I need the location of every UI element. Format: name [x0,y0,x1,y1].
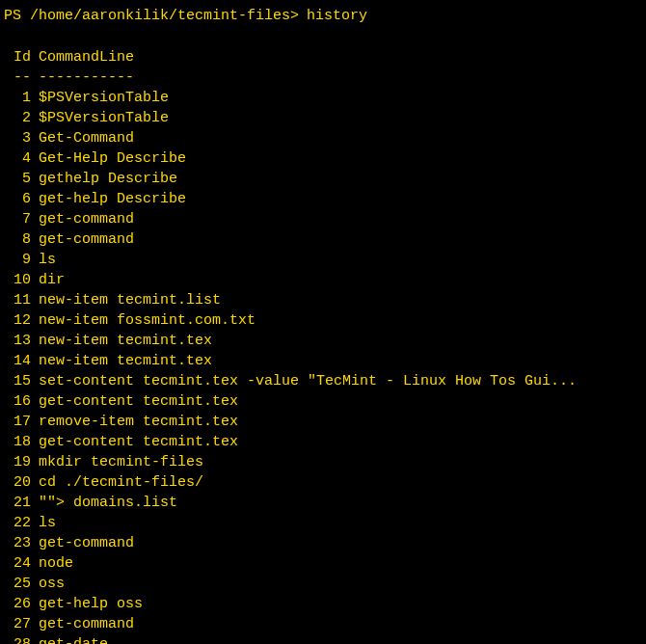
history-row: 3Get-Command [4,128,642,148]
history-row: 9ls [4,250,642,270]
history-id: 4 [4,148,39,169]
history-command: mkdir tecmint-files [39,452,642,472]
history-header-row: Id CommandLine [4,47,642,67]
history-row: 2$PSVersionTable [4,108,642,128]
history-row: 4Get-Help Describe [4,148,642,169]
history-command: get-command [39,614,642,634]
history-row: 26get-help oss [4,594,642,614]
history-command: gethelp Describe [39,169,642,189]
history-id: 16 [4,391,39,412]
history-command: get-command [39,229,642,250]
history-id: 3 [4,128,39,148]
history-row: 24node [4,553,642,574]
history-id: 18 [4,432,39,452]
history-id: 10 [4,270,39,290]
history-id: 13 [4,331,39,351]
history-command: new-item tecmint.tex [39,331,642,351]
history-id: 23 [4,533,39,553]
commandline-column-divider: ----------- [39,67,642,88]
history-command: $PSVersionTable [39,88,642,108]
history-row: 17remove-item tecmint.tex [4,412,642,432]
history-command: ""> domains.list [39,493,642,513]
history-id: 28 [4,634,39,644]
history-row: 7get-command [4,209,642,229]
history-id: 20 [4,472,39,493]
history-id: 21 [4,493,39,513]
history-row: 19mkdir tecmint-files [4,452,642,472]
history-id: 27 [4,614,39,634]
history-id: 17 [4,412,39,432]
history-command: new-item fossmint.com.txt [39,310,642,331]
history-row: 21""> domains.list [4,493,642,513]
history-id: 12 [4,310,39,331]
history-command: ls [39,250,642,270]
history-id: 6 [4,189,39,209]
history-row: 16get-content tecmint.tex [4,391,642,412]
history-command: new-item tecmint.tex [39,351,642,371]
history-id: 15 [4,371,39,391]
history-command: Get-Command [39,128,642,148]
executed-command: history [307,6,367,26]
history-row: 11new-item tecmint.list [4,290,642,310]
blank-line [4,26,642,45]
history-command: get-help oss [39,594,642,614]
history-row: 28get-date [4,634,642,644]
id-column-divider: -- [4,67,39,88]
history-command: $PSVersionTable [39,108,642,128]
history-command: get-date [39,634,642,644]
history-command: oss [39,574,642,594]
history-id: 14 [4,351,39,371]
history-row: 13new-item tecmint.tex [4,331,642,351]
history-row: 1$PSVersionTable [4,88,642,108]
history-row: 18get-content tecmint.tex [4,432,642,452]
history-command: Get-Help Describe [39,148,642,169]
prompt-prefix: PS /home/aaronkilik/tecmint-files> [4,6,299,26]
history-divider-row: -- ----------- [4,67,642,88]
prompt-line-1: PS /home/aaronkilik/tecmint-files> histo… [4,6,642,26]
history-row: 25oss [4,574,642,594]
history-id: 7 [4,209,39,229]
history-row: 15set-content tecmint.tex -value "TecMin… [4,371,642,391]
history-id: 25 [4,574,39,594]
history-body: 1$PSVersionTable2$PSVersionTable3Get-Com… [4,88,642,644]
history-command: ls [39,513,642,533]
history-row: 27get-command [4,614,642,634]
history-id: 9 [4,250,39,270]
history-command: get-help Describe [39,189,642,209]
history-row: 10dir [4,270,642,290]
history-id: 8 [4,229,39,250]
history-command: node [39,553,642,574]
id-column-header: Id [4,47,39,67]
history-id: 5 [4,169,39,189]
history-row: 5gethelp Describe [4,169,642,189]
history-row: 22ls [4,513,642,533]
history-row: 23get-command [4,533,642,553]
history-row: 20cd ./tecmint-files/ [4,472,642,493]
history-row: 12new-item fossmint.com.txt [4,310,642,331]
history-command: get-command [39,209,642,229]
history-id: 1 [4,88,39,108]
history-row: 8get-command [4,229,642,250]
history-command: dir [39,270,642,290]
history-id: 22 [4,513,39,533]
terminal-window[interactable]: PS /home/aaronkilik/tecmint-files> histo… [4,6,642,638]
history-command: remove-item tecmint.tex [39,412,642,432]
history-row: 14new-item tecmint.tex [4,351,642,371]
history-row: 6get-help Describe [4,189,642,209]
history-id: 24 [4,553,39,574]
commandline-column-header: CommandLine [39,47,642,67]
history-command: cd ./tecmint-files/ [39,472,642,493]
history-id: 19 [4,452,39,472]
history-command: new-item tecmint.list [39,290,642,310]
history-id: 2 [4,108,39,128]
history-command: get-content tecmint.tex [39,391,642,412]
history-id: 26 [4,594,39,614]
history-id: 11 [4,290,39,310]
history-command: get-content tecmint.tex [39,432,642,452]
history-command: set-content tecmint.tex -value "TecMint … [39,371,642,391]
history-command: get-command [39,533,642,553]
